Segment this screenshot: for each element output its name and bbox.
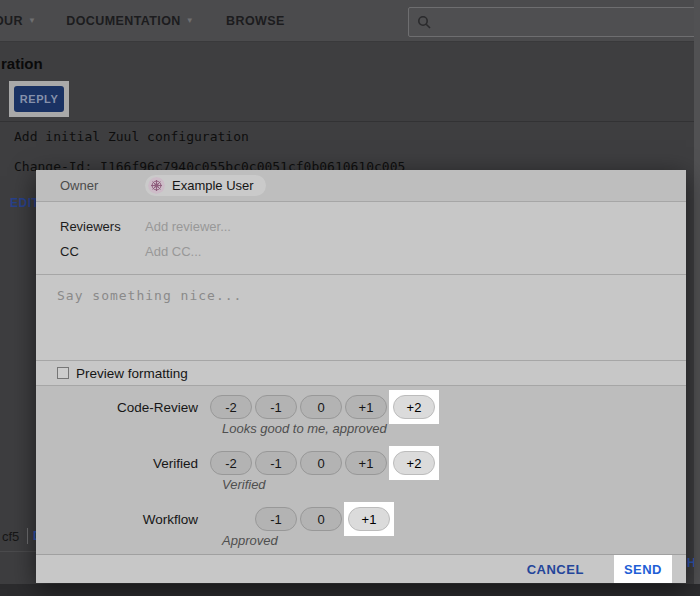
vote-label-workflow: Workflow (36, 512, 210, 527)
message-placeholder: Say something nice... (57, 288, 242, 303)
vote-button-verified-+1[interactable]: +1 (345, 451, 387, 475)
cancel-button[interactable]: CANCEL (527, 562, 584, 577)
vote-description-code-review: Looks good to me, approved (222, 421, 686, 442)
owner-chip[interactable]: Example User (145, 175, 266, 196)
edit-link[interactable]: EDIT (10, 196, 39, 210)
nav-menu-documentation-label: DOCUMENTATION (66, 14, 180, 28)
preview-formatting-checkbox[interactable] (57, 367, 69, 379)
dialog-footer: CANCEL SEND (36, 554, 686, 583)
vote-button-verified--1[interactable]: -1 (255, 451, 297, 475)
vote-button-verified--2[interactable]: -2 (210, 451, 252, 475)
commit-message: Add initial Zuul configuration (14, 129, 249, 144)
nav-menu-browse-label: BROWSE (226, 14, 285, 28)
bottom-strip (0, 584, 700, 596)
send-spotlight: SEND (614, 555, 672, 583)
spotlight-highlight: +2 (389, 446, 439, 480)
owner-name: Example User (172, 178, 254, 193)
vote-buttons-code-review: -2-10+1+2 (210, 395, 435, 419)
vote-buttons-workflow: -10+1 (210, 507, 390, 531)
vote-description-verified: Verified (222, 477, 686, 498)
divider (0, 121, 700, 122)
nav-menu-your[interactable]: OUR ▼ (0, 14, 36, 28)
reply-spotlight: REPLY (9, 81, 69, 117)
reply-dialog: Owner Example User Revi (36, 170, 686, 583)
cc-label: CC (60, 244, 145, 259)
vote-button-code-review--2[interactable]: -2 (210, 395, 252, 419)
divider (27, 528, 28, 544)
spotlight-highlight: +1 (344, 502, 394, 536)
preview-formatting-label: Preview formatting (76, 366, 188, 381)
send-button[interactable]: SEND (624, 562, 662, 577)
vote-button-workflow-0[interactable]: 0 (300, 507, 342, 531)
reply-button[interactable]: REPLY (14, 86, 64, 112)
top-navbar: OUR ▼ DOCUMENTATION ▼ BROWSE (0, 0, 700, 42)
vote-button-workflow-+1[interactable]: +1 (348, 507, 390, 531)
vote-button-verified-0[interactable]: 0 (300, 451, 342, 475)
avatar (148, 177, 165, 194)
owner-row: Owner Example User (36, 170, 686, 202)
vote-button-code-review--1[interactable]: -1 (255, 395, 297, 419)
people-section: Reviewers Add reviewer... CC Add CC... (36, 202, 686, 275)
reviewers-label: Reviewers (60, 219, 145, 234)
vote-row-workflow: Workflow -10+1 (36, 505, 686, 533)
search-icon (417, 15, 431, 29)
vote-button-code-review-0[interactable]: 0 (300, 395, 342, 419)
vote-button-code-review-+2[interactable]: +2 (393, 395, 435, 419)
vote-label-code-review: Code-Review (36, 400, 210, 415)
search-input[interactable] (408, 7, 700, 37)
owner-label: Owner (60, 178, 145, 193)
nav-menu-browse[interactable]: BROWSE (226, 14, 285, 28)
screen: OUR ▼ DOCUMENTATION ▼ BROWSE ration REPL… (0, 0, 700, 596)
nav-menu-your-label: OUR (0, 14, 23, 28)
add-reviewer-input[interactable]: Add reviewer... (145, 219, 231, 234)
vote-button-verified-+2[interactable]: +2 (393, 451, 435, 475)
nav-menu-documentation[interactable]: DOCUMENTATION ▼ (66, 14, 194, 28)
vote-description-workflow: Approved (222, 533, 686, 554)
vote-section: Code-Review -2-10+1+2 Looks good to me, … (36, 386, 686, 554)
spotlight-highlight: +2 (389, 390, 439, 424)
divider (0, 551, 36, 552)
vote-row-verified: Verified -2-10+1+2 (36, 449, 686, 477)
add-cc-input[interactable]: Add CC... (145, 244, 201, 259)
vote-button-code-review-+1[interactable]: +1 (345, 395, 387, 419)
chevron-down-icon: ▼ (186, 17, 194, 25)
vote-row-code-review: Code-Review -2-10+1+2 (36, 393, 686, 421)
page-title-fragment: ration (1, 55, 43, 72)
preview-formatting-row: Preview formatting (36, 361, 686, 386)
vote-button-workflow--1[interactable]: -1 (255, 507, 297, 531)
reply-message-textarea[interactable]: Say something nice... (36, 275, 686, 362)
vote-buttons-verified: -2-10+1+2 (210, 451, 435, 475)
commit-hash-fragment: cf5 (2, 529, 19, 544)
vote-label-verified: Verified (36, 456, 210, 471)
chevron-down-icon: ▼ (28, 17, 36, 25)
scrollbar[interactable] (694, 0, 700, 584)
